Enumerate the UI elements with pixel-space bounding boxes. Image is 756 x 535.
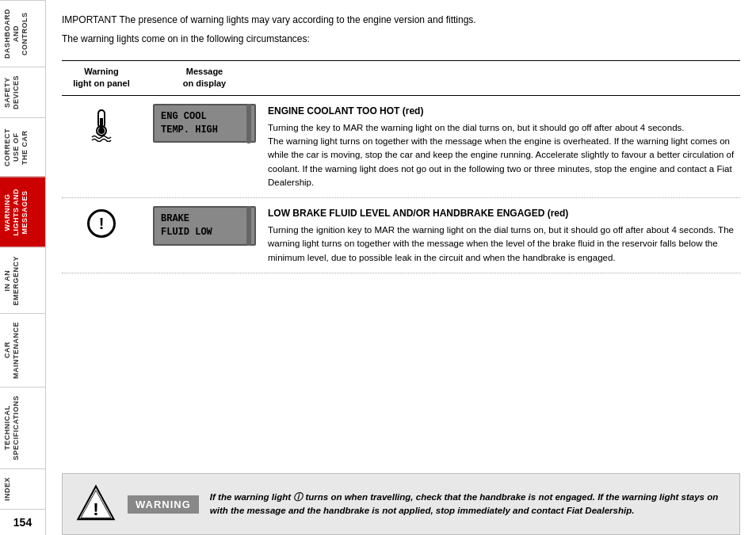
coolant-lcd-line1: ENG COOL [161, 110, 248, 124]
col-header-icon: Warninglight on panel [62, 66, 141, 90]
coolant-lcd-line2: TEMP. HIGH [161, 124, 248, 137]
brake-icon-cell: ! [62, 206, 141, 238]
svg-text:!: ! [93, 499, 99, 519]
brake-lcd-line2: FLUID LOW [161, 226, 248, 239]
coolant-desc2: The warning light turns on together with… [268, 135, 740, 189]
brake-desc1: Turning the ignition key to MAR the warn… [268, 224, 740, 265]
table-row-brake: ! BRAKE FLUID LOW LOW BRAKE FLUID LEVEL … [62, 198, 740, 273]
coolant-desc1: Turning the key to MAR the warning light… [268, 121, 740, 135]
coolant-desc-cell: ENGINE COOLANT TOO HOT (red) Turning the… [268, 104, 740, 189]
warning-box: ! WARNING If the warning light ⓘ turns o… [62, 473, 740, 535]
sidebar-item-correct-use[interactable]: CORRECT USE OF THE CAR [0, 117, 45, 177]
sidebar-item-warning-lights[interactable]: WARNING LIGHTS AND MESSAGES [0, 177, 45, 247]
important-line1: IMPORTANT The presence of warning lights… [62, 13, 740, 27]
coolant-icon-cell [62, 104, 141, 142]
sidebar-item-technical[interactable]: TECHNICAL SPECIFICATIONS [0, 387, 45, 468]
col-header-desc [268, 66, 740, 90]
coolant-display-cell: ENG COOL TEMP. HIGH [141, 104, 268, 143]
page-number: 154 [0, 509, 45, 535]
brake-desc-cell: LOW BRAKE FLUID LEVEL AND/OR HANDBRAKE E… [268, 206, 740, 265]
brake-lcd-line1: BRAKE [161, 212, 248, 226]
coolant-icon [84, 107, 119, 142]
coolant-title: ENGINE COOLANT TOO HOT (red) [268, 104, 740, 118]
table-row-coolant: ENG COOL TEMP. HIGH ENGINE COOLANT TOO H… [62, 96, 740, 198]
sidebar-item-index[interactable]: INDEX [0, 468, 45, 509]
main-content: IMPORTANT The presence of warning lights… [46, 0, 756, 535]
sidebar-item-car-maintenance[interactable]: CAR MAINTENANCE [0, 313, 45, 387]
important-line2: The warning lights come on in the follow… [62, 32, 740, 46]
coolant-lcd: ENG COOL TEMP. HIGH [153, 104, 256, 143]
warning-triangle-icon: ! [75, 483, 116, 525]
brake-title: LOW BRAKE FLUID LEVEL AND/OR HANDBRAKE E… [268, 206, 740, 220]
svg-point-3 [98, 128, 105, 134]
brake-display-cell: BRAKE FLUID LOW [141, 206, 268, 246]
warning-label: WARNING [128, 495, 199, 514]
col-header-display: Messageon display [141, 66, 268, 90]
sidebar: DASHBOARD AND CONTROLS SAFETY DEVICES CO… [0, 0, 46, 535]
sidebar-item-safety[interactable]: SAFETY DEVICES [0, 67, 45, 117]
sidebar-item-emergency[interactable]: IN AN EMERGENCY [0, 247, 45, 314]
warning-text: If the warning light ⓘ turns on when tra… [210, 491, 727, 518]
brake-icon: ! [87, 209, 116, 238]
svg-rect-2 [100, 118, 103, 129]
brake-lcd: BRAKE FLUID LOW [153, 206, 256, 246]
table-header: Warninglight on panel Messageon display [62, 60, 740, 96]
sidebar-item-dashboard[interactable]: DASHBOARD AND CONTROLS [0, 0, 45, 67]
